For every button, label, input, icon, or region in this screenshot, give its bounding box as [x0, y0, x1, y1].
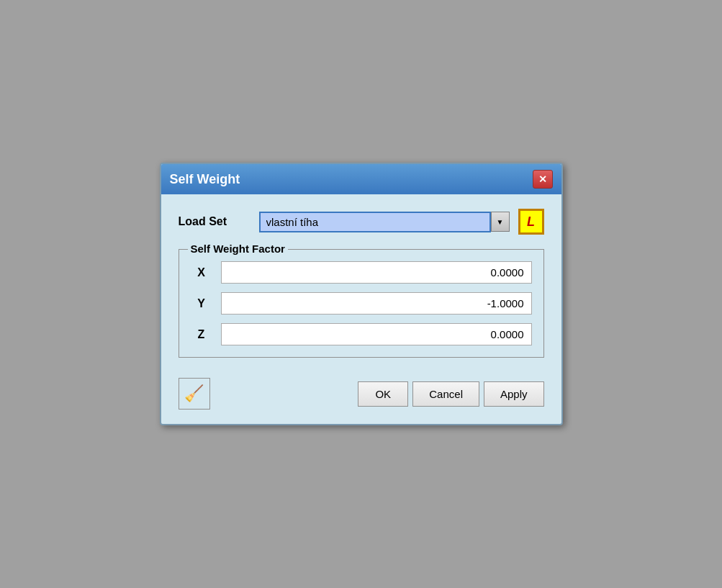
- factor-row-z: Z: [191, 323, 532, 345]
- title-bar: Self Weight ✕: [161, 164, 561, 194]
- load-set-icon-button[interactable]: L: [518, 209, 544, 235]
- factor-group: Self Weight Factor X Y Z: [179, 249, 544, 358]
- dropdown-arrow-button[interactable]: ▼: [491, 212, 510, 232]
- load-set-dropdown: ▼: [259, 212, 510, 232]
- factor-row-y: Y: [191, 292, 532, 315]
- factor-row-x: X: [191, 261, 532, 284]
- factor-input-z[interactable]: [221, 323, 532, 345]
- self-weight-dialog: Self Weight ✕ Load Set ▼ L Self Weight F…: [160, 163, 563, 425]
- load-set-label: Load Set: [179, 215, 251, 228]
- eraser-button[interactable]: 🧹: [179, 378, 210, 410]
- dialog-title: Self Weight: [170, 172, 240, 187]
- load-set-row: Load Set ▼ L: [179, 209, 544, 235]
- cancel-button[interactable]: Cancel: [412, 381, 479, 407]
- ok-button[interactable]: OK: [358, 381, 408, 407]
- load-icon-bg: L: [520, 210, 543, 233]
- dialog-body: Load Set ▼ L Self Weight Factor X Y: [161, 194, 561, 424]
- dialog-footer: 🧹 OK Cancel Apply: [179, 372, 544, 412]
- eraser-icon: 🧹: [184, 384, 204, 403]
- close-button[interactable]: ✕: [533, 170, 553, 189]
- factor-label-y: Y: [191, 297, 212, 310]
- footer-buttons: OK Cancel Apply: [358, 381, 543, 407]
- factor-label-z: Z: [191, 328, 212, 341]
- factor-group-legend: Self Weight Factor: [188, 243, 288, 255]
- factor-input-x[interactable]: [221, 261, 532, 284]
- load-icon-label: L: [527, 214, 535, 230]
- load-set-input[interactable]: [259, 212, 491, 232]
- apply-button[interactable]: Apply: [484, 381, 544, 407]
- factor-input-y[interactable]: [221, 292, 532, 315]
- factor-label-x: X: [191, 266, 212, 279]
